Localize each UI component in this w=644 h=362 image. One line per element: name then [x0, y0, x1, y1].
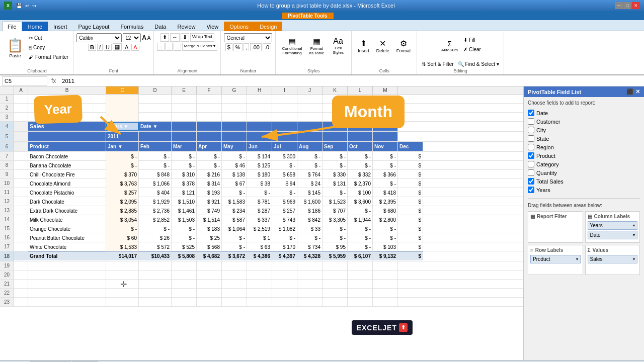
col-header-m[interactable]: M	[373, 86, 398, 94]
row-labels-area[interactable]: ≡ Row Labels Product▾	[528, 245, 583, 275]
sort-filter-button[interactable]: ⇅ Sort & Filter	[420, 59, 455, 68]
tab-options[interactable]: Options	[224, 22, 254, 31]
field-item-city[interactable]: City	[528, 126, 640, 134]
quick-access-redo[interactable]: ↪	[31, 3, 37, 9]
align-middle-button[interactable]: ↔	[170, 33, 180, 42]
column-labels-area[interactable]: ▤ Column Labels Years▾ Date▾	[585, 211, 640, 243]
merge-center-button[interactable]: Merge & Center ▾	[182, 43, 218, 51]
tab-file[interactable]: File	[2, 22, 22, 31]
font-grow-button[interactable]: A	[142, 34, 146, 41]
paste-button[interactable]: 📋 Paste	[4, 33, 26, 62]
find-select-button[interactable]: 🔍 Find & Select ▾	[456, 59, 501, 68]
field-item-category[interactable]: Category	[528, 160, 640, 168]
col-header-f[interactable]: F	[197, 86, 222, 94]
field-item-state[interactable]: State	[528, 134, 640, 143]
bold-button[interactable]: B	[88, 44, 96, 51]
minimize-button[interactable]: ─	[615, 2, 623, 9]
tab-review[interactable]: Review	[172, 22, 201, 31]
conditional-formatting-button[interactable]: ▤ ConditionalFormatting	[279, 33, 305, 58]
field-checkbox-customer[interactable]	[528, 118, 534, 125]
align-right-button[interactable]: ≡	[174, 43, 181, 51]
increase-decimal-button[interactable]: .00	[250, 43, 262, 51]
tab-insert[interactable]: Insert	[48, 22, 73, 31]
field-item-date[interactable]: Date	[528, 109, 640, 117]
percent-style-button[interactable]: %	[233, 43, 243, 51]
cell-styles-button[interactable]: Aa CellStyles	[328, 33, 348, 58]
col-header-c[interactable]: C	[106, 86, 139, 94]
col-header-l[interactable]: L	[348, 86, 373, 94]
border-button[interactable]: ▦	[113, 43, 122, 51]
auto-sum-button[interactable]: Σ AutoSum	[438, 33, 461, 58]
font-color-button[interactable]: A	[131, 44, 139, 51]
font-size-select[interactable]: 12	[123, 33, 141, 42]
fill-color-button[interactable]: A	[123, 44, 130, 51]
field-checkbox-total-sales[interactable]	[528, 178, 534, 185]
col-header-i[interactable]: I	[272, 86, 297, 94]
italic-button[interactable]: I	[97, 44, 103, 51]
close-button[interactable]: ✕	[632, 2, 640, 9]
name-box[interactable]	[2, 76, 47, 85]
format-painter-button[interactable]: 🖌 Format Painter	[27, 52, 70, 61]
maximize-button[interactable]: □	[623, 2, 631, 9]
field-checkbox-product[interactable]	[528, 152, 534, 159]
col-header-k[interactable]: K	[323, 86, 348, 94]
comma-button[interactable]: ,	[244, 43, 249, 51]
align-center-button[interactable]: ≡	[166, 43, 173, 51]
font-name-select[interactable]: Calibri	[76, 33, 122, 42]
field-list-expand-button[interactable]: ⬛	[626, 88, 633, 95]
tab-home[interactable]: Home	[22, 22, 48, 31]
number-format-select[interactable]: General	[224, 33, 272, 42]
values-area[interactable]: Σ Values Sales▾	[585, 245, 640, 275]
font-shrink-button[interactable]: A	[147, 35, 151, 41]
tab-view[interactable]: View	[201, 22, 224, 31]
field-checkbox-date[interactable]	[528, 110, 534, 116]
field-item-quantity[interactable]: Quantity	[528, 168, 640, 177]
align-left-button[interactable]: ≡	[157, 43, 164, 51]
column-labels-date-item[interactable]: Date▾	[588, 231, 638, 239]
field-checkbox-years[interactable]	[528, 187, 534, 193]
clear-button[interactable]: ✗ Clear	[462, 45, 482, 54]
report-filter-area[interactable]: ▦ Report Filter	[528, 211, 583, 243]
tab-design[interactable]: Design	[254, 22, 282, 31]
field-item-region[interactable]: Region	[528, 143, 640, 151]
align-top-button[interactable]: ⬆	[160, 33, 169, 42]
field-list-close-button[interactable]: ✕	[635, 88, 640, 95]
row-labels-product-item[interactable]: Product▾	[530, 255, 581, 263]
field-item-years[interactable]: Years	[528, 186, 640, 194]
underline-button[interactable]: U	[104, 44, 112, 51]
field-checkbox-region[interactable]	[528, 144, 534, 150]
percent-button[interactable]: $	[225, 43, 232, 51]
copy-button[interactable]: ⎘ Copy	[27, 43, 70, 52]
field-checkbox-category[interactable]	[528, 161, 534, 167]
column-labels-years-item[interactable]: Years▾	[588, 221, 638, 230]
field-checkbox-state[interactable]	[528, 135, 534, 142]
tab-formulas[interactable]: Formulas	[115, 22, 149, 31]
wrap-text-button[interactable]: Wrap Text	[190, 33, 214, 42]
format-button[interactable]: ⚙ Format	[393, 33, 414, 58]
quick-access-undo[interactable]: ↩	[24, 3, 30, 9]
field-checkbox-city[interactable]	[528, 127, 534, 133]
fill-button[interactable]: ⬇ Fill	[462, 35, 482, 44]
field-item-product[interactable]: Product	[528, 151, 640, 160]
formula-input[interactable]	[60, 78, 642, 84]
col-header-d[interactable]: D	[139, 86, 172, 94]
col-header-g[interactable]: G	[222, 86, 247, 94]
field-checkbox-quantity[interactable]	[528, 169, 534, 176]
col-header-a[interactable]: A	[14, 86, 28, 94]
col-header-j[interactable]: J	[297, 86, 323, 94]
decrease-decimal-button[interactable]: .0	[263, 43, 271, 51]
col-header-e[interactable]: E	[172, 86, 197, 94]
quick-access-save[interactable]: 💾	[15, 3, 23, 9]
tab-data[interactable]: Data	[149, 22, 172, 31]
values-sales-item[interactable]: Sales▾	[588, 255, 638, 263]
cut-button[interactable]: ✂ Cut	[27, 33, 70, 42]
col-header-b[interactable]: B	[28, 86, 106, 94]
tab-page-layout[interactable]: Page Layout	[73, 22, 115, 31]
field-item-customer[interactable]: Customer	[528, 117, 640, 126]
field-item-total-sales[interactable]: Total Sales	[528, 177, 640, 186]
insert-button[interactable]: ⬆ Insert	[355, 33, 372, 58]
format-as-table-button[interactable]: ▦ Formatas Table	[306, 33, 327, 58]
align-bottom-button[interactable]: ⬇	[181, 33, 189, 42]
col-header-h[interactable]: H	[247, 86, 272, 94]
delete-button[interactable]: ✕ Delete	[373, 33, 392, 58]
